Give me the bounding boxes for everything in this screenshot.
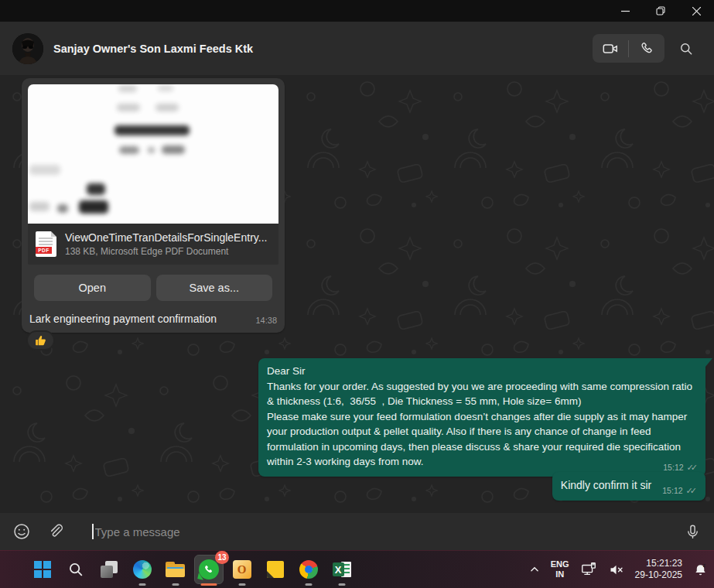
- chat-search-button[interactable]: [671, 34, 702, 63]
- svg-text:z: z: [703, 562, 705, 568]
- tray-date: 29-10-2025: [635, 569, 682, 581]
- task-view-icon: [101, 561, 118, 578]
- video-call-icon: [602, 40, 619, 57]
- search-icon: [67, 561, 84, 578]
- redacted-blob: [148, 147, 155, 153]
- whatsapp-desktop-window: Sanjay Owner's Son Laxmi Feeds Ktk: [0, 0, 714, 588]
- region-code: IN: [551, 569, 569, 579]
- active-app-frame: 13: [194, 555, 224, 584]
- taskbar-excel-button[interactable]: X: [325, 551, 358, 588]
- bubble-tail: [705, 358, 712, 367]
- ethernet-network-icon: [580, 561, 597, 578]
- running-indicator: [238, 583, 245, 586]
- taskbar-start-button[interactable]: [26, 551, 59, 588]
- message-text: Dear Sir Thanks for your order. As sugge…: [267, 364, 697, 470]
- voice-record-button[interactable]: [682, 521, 702, 542]
- running-indicator: [305, 583, 312, 586]
- redacted-blob: [118, 85, 137, 92]
- save-as-document-button[interactable]: Save as...: [156, 275, 273, 301]
- chrome-icon: [299, 560, 318, 579]
- emoji-icon: [12, 522, 31, 541]
- redacted-blob: [155, 104, 179, 111]
- emoji-picker-button[interactable]: [12, 521, 32, 542]
- open-document-button[interactable]: Open: [34, 275, 151, 301]
- redacted-blob: [119, 146, 139, 154]
- taskbar-chrome-button[interactable]: [292, 551, 325, 588]
- close-button[interactable]: [678, 0, 714, 22]
- bell-dnd-icon: z: [693, 562, 708, 577]
- windows-taskbar: 13 O X: [0, 550, 714, 588]
- sticky-notes-icon: [267, 561, 284, 578]
- contact-name[interactable]: Sanjay Owner's Son Laxmi Feeds Ktk: [53, 43, 253, 55]
- message-timestamp: 15:12: [662, 486, 682, 495]
- language-indicator[interactable]: ENG IN: [551, 559, 569, 579]
- document-filename: ViewOneTimeTranDetailsForSingleEntry...: [65, 231, 267, 244]
- pdf-fold-corner: [51, 231, 56, 237]
- message-composer-bar: [0, 513, 714, 550]
- tray-time: 15:21:23: [635, 558, 682, 569]
- chat-message-area[interactable]: PDF ViewOneTimeTranDetailsForSingleEntry…: [0, 75, 714, 513]
- excel-icon: X: [333, 560, 351, 579]
- thumbs-up-icon: [34, 334, 47, 347]
- message-input[interactable]: [94, 525, 677, 538]
- taskbar-outlook-button[interactable]: O: [225, 551, 258, 588]
- attach-file-button[interactable]: [46, 521, 66, 542]
- contact-avatar[interactable]: [12, 33, 43, 64]
- voice-call-icon: [639, 41, 654, 56]
- windows-start-icon: [34, 561, 51, 578]
- redacted-blob: [29, 165, 60, 175]
- message-timestamp: 14:38: [248, 316, 277, 325]
- paperclip-icon: [47, 523, 64, 540]
- running-indicator: [138, 583, 145, 586]
- whatsapp-icon: [199, 559, 219, 579]
- document-caption: Lark engineering payment confirmation: [29, 313, 217, 325]
- system-tray: ENG IN 15:21:23 29-10-2025: [529, 551, 708, 588]
- taskbar-clock[interactable]: 15:21:23 29-10-2025: [635, 558, 682, 581]
- taskbar-search-button[interactable]: [59, 551, 92, 588]
- taskbar-file-explorer-button[interactable]: [159, 551, 192, 588]
- speaker-muted-icon: [608, 562, 624, 578]
- message-timestamp: 15:12: [663, 463, 683, 472]
- redacted-blob: [114, 125, 190, 135]
- double-check-icon: ✓✓: [687, 463, 698, 473]
- taskbar-whatsapp-button[interactable]: 13: [192, 551, 225, 588]
- redacted-blob: [162, 145, 185, 154]
- running-indicator: [172, 583, 179, 586]
- minimize-button[interactable]: [607, 0, 643, 22]
- redacted-blob: [79, 200, 108, 214]
- video-call-button[interactable]: [593, 34, 628, 63]
- restore-button[interactable]: [643, 0, 678, 22]
- microphone-icon: [685, 524, 701, 540]
- outgoing-message-bubble[interactable]: Kindly confirm it sir 15:12 ✓✓: [552, 472, 705, 501]
- redacted-blob: [57, 204, 68, 213]
- outlook-icon: O: [233, 560, 251, 579]
- document-file-row[interactable]: PDF ViewOneTimeTranDetailsForSingleEntry…: [28, 224, 278, 265]
- notification-bell-tray-button[interactable]: z: [693, 562, 708, 577]
- pdf-badge: PDF: [36, 247, 52, 254]
- tray-overflow-chevron[interactable]: [529, 564, 540, 575]
- thumbs-up-reaction[interactable]: [26, 330, 55, 350]
- voice-call-button[interactable]: [629, 34, 664, 63]
- volume-muted-tray-button[interactable]: [608, 562, 624, 578]
- network-tray-button[interactable]: [580, 561, 597, 578]
- running-indicator: [338, 583, 345, 586]
- chevron-up-icon: [529, 564, 540, 575]
- taskbar-sticky-notes-button[interactable]: [258, 551, 292, 588]
- redacted-blob: [117, 104, 140, 111]
- taskbar-task-view-button[interactable]: [92, 551, 125, 588]
- pdf-file-icon: PDF: [36, 231, 56, 257]
- chat-header: Sanjay Owner's Son Laxmi Feeds Ktk: [0, 22, 714, 75]
- document-meta: 138 KB, Microsoft Edge PDF Document: [65, 246, 267, 257]
- edge-browser-icon: [133, 560, 152, 579]
- search-icon: [678, 41, 694, 56]
- outgoing-message-bubble[interactable]: Dear Sir Thanks for your order. As sugge…: [258, 358, 705, 477]
- call-buttons-group: [593, 34, 664, 63]
- pdf-preview-thumbnail[interactable]: [28, 84, 278, 224]
- language-code: ENG: [551, 559, 569, 569]
- double-check-icon: ✓✓: [686, 486, 697, 496]
- redacted-blob: [29, 202, 50, 211]
- incoming-document-message[interactable]: PDF ViewOneTimeTranDetailsForSingleEntry…: [22, 78, 285, 333]
- file-explorer-icon: [166, 562, 185, 577]
- taskbar-edge-button[interactable]: [125, 551, 159, 588]
- redacted-blob: [87, 183, 105, 195]
